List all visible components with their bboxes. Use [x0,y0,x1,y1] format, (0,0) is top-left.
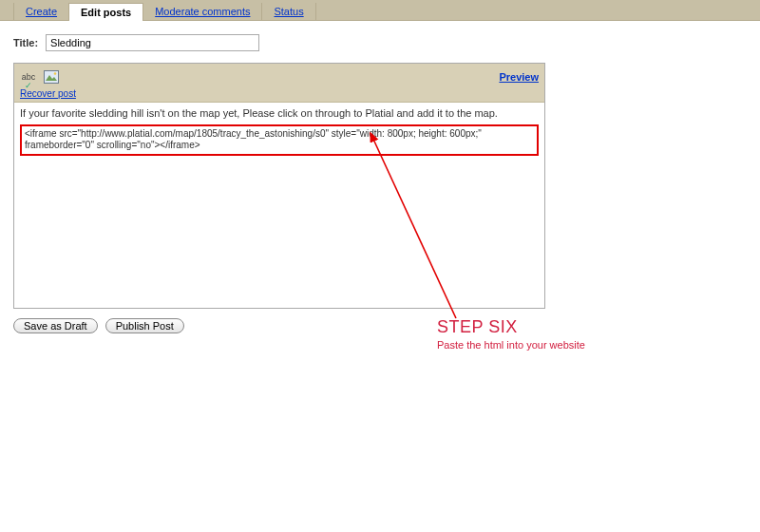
tab-status[interactable]: Status [261,3,315,20]
pasted-iframe-code: <iframe src="http://www.platial.com/map/… [20,124,539,156]
spellcheck-icon[interactable]: abc✓ [20,68,37,86]
tab-moderate-comments[interactable]: Moderate comments [142,3,262,20]
tab-create[interactable]: Create [13,3,69,20]
save-draft-button[interactable]: Save as Draft [13,318,98,333]
svg-point-2 [54,72,57,75]
code-line-1: <iframe src="http://www.platial.com/map/… [25,128,534,141]
tab-strip: Create Edit posts Moderate comments Stat… [0,0,760,21]
editor-intro-text: If your favorite sledding hill isn't on … [20,106,539,121]
title-label: Title: [13,37,38,48]
image-icon[interactable] [43,68,60,86]
editor-toolbar: abc✓ Preview [14,64,544,90]
editor-body[interactable]: If your favorite sledding hill isn't on … [14,103,544,308]
tab-edit-posts[interactable]: Edit posts [68,3,143,21]
recover-post-link[interactable]: Recover post [14,88,544,102]
title-input[interactable] [46,34,259,51]
button-row: Save as Draft Publish Post [13,318,747,333]
code-line-2: frameborder="0" scrolling="no"></iframe> [25,140,534,152]
publish-post-button[interactable]: Publish Post [105,318,184,333]
content-area: Title: abc✓ Preview Recover post [0,21,760,333]
editor: abc✓ Preview Recover post If your favori… [13,63,545,309]
annotation-subtitle: Paste the html into your website [437,339,585,351]
svg-rect-0 [45,71,59,84]
preview-link[interactable]: Preview [499,71,539,83]
title-row: Title: [13,34,747,51]
